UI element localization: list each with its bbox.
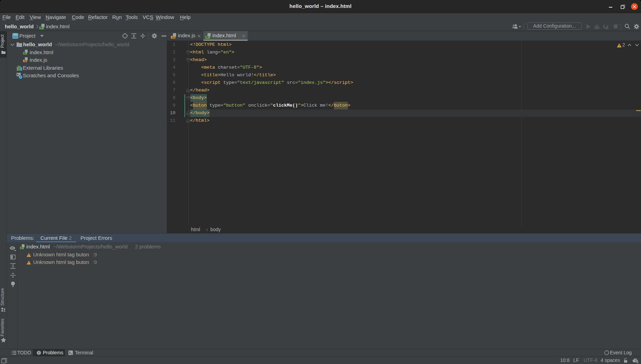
svg-text:?: ? — [634, 359, 637, 362]
